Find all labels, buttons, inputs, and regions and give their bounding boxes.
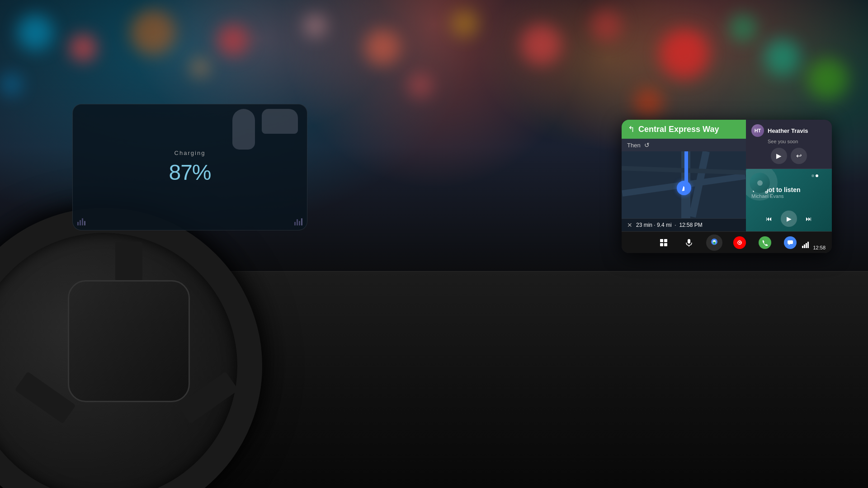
play-message-button[interactable]: ▶ [771,148,787,164]
track-artist: Michael Evans [751,193,826,199]
svg-rect-13 [806,243,807,248]
music-card: You got to listen Michael Evans ⏮ ▶ ⏭ [746,169,832,231]
reply-message-button[interactable]: ↩ [791,148,807,164]
music-next-button[interactable]: ⏭ [802,211,816,226]
music-prev-button[interactable]: ⏮ [762,211,776,226]
car-position-marker: ▲ [677,181,691,195]
music-play-button[interactable]: ▶ [781,211,797,227]
cluster-charging-label: Charging [169,150,211,156]
svg-rect-12 [804,244,805,248]
nav-then-label: Then [627,142,641,149]
nav-eta-info: 23 min · 9.4 mi · 12:58 PM [636,222,741,228]
right-section: HT Heather Travis See you soon ▶ ↩ [746,120,832,231]
steering-wheel [0,208,262,488]
dock-time: 12:58 [813,245,826,250]
message-actions: ▶ ↩ [751,148,826,164]
svg-rect-11 [802,246,803,248]
track-indicator [811,174,818,177]
svg-rect-10 [788,240,793,244]
nav-street-name: Central Express Way [638,125,740,134]
nav-then-bar: Then ↺ [622,139,746,151]
album-art [750,173,770,193]
svg-rect-0 [660,239,663,242]
app-dock: 12:58 [622,231,832,253]
nav-then-arrow-icon: ↺ [644,141,650,149]
svg-rect-3 [664,243,667,246]
car-top-view [232,109,255,150]
message-sender: Heather Travis [768,127,808,134]
message-header: HT Heather Travis [751,124,826,137]
message-text: See you soon [768,139,826,144]
dock-ytmusic-button[interactable] [731,235,748,251]
instrument-cluster: Charging 87% [72,104,307,230]
nav-map[interactable]: ▲ [622,151,746,218]
dock-microphone-button[interactable] [681,235,697,251]
steering-hub [68,280,190,402]
panel-main: ↰ Central Express Way Then ↺ [622,120,832,231]
dock-phone-button[interactable] [757,235,773,251]
navigation-section[interactable]: ↰ Central Express Way Then ↺ [622,120,746,231]
nav-bottom-bar: ✕ 23 min · 9.4 mi · 12:58 PM [622,218,746,231]
signal-strength-icon [802,242,809,249]
cluster-battery-percent: 87% [169,160,211,185]
svg-rect-4 [688,239,690,244]
car-side-view [262,109,298,134]
android-auto-panel: ↰ Central Express Way Then ↺ [622,120,832,253]
dock-messages-button[interactable] [782,235,798,251]
svg-rect-2 [660,243,663,246]
dock-maps-button[interactable] [706,235,722,251]
contact-avatar: HT [751,124,764,137]
nav-turn-icon: ↰ [628,124,635,134]
dock-grid-button[interactable] [656,235,672,251]
nav-header: ↰ Central Express Way [622,120,746,139]
svg-rect-14 [807,242,809,248]
spoke-bottom-left [14,371,75,424]
message-card: HT Heather Travis See you soon ▶ ↩ [746,120,832,169]
nav-close-icon[interactable]: ✕ [627,221,632,229]
music-controls: ⏮ ▶ ⏭ [751,211,826,227]
svg-marker-9 [739,242,741,244]
svg-rect-1 [664,239,667,242]
